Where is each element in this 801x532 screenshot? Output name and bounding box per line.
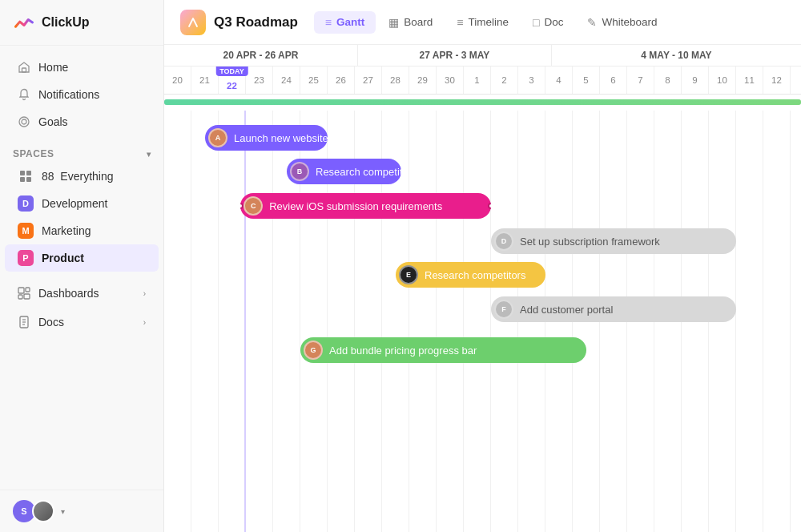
svg-rect-4: [26, 171, 31, 175]
sidebar-footer[interactable]: S ▾: [0, 490, 163, 532]
date-col-12: 12: [763, 66, 791, 94]
timeline-tab-icon: ≡: [457, 16, 463, 29]
date-col-10: 10: [709, 66, 736, 94]
whiteboard-tab-icon: ✎: [587, 16, 597, 29]
tab-board[interactable]: ▦ Board: [377, 11, 444, 34]
date-col-20: 20: [164, 66, 191, 94]
gantt-task-1[interactable]: BResearch competitors: [287, 159, 401, 184]
sidebar-navigation: Home Notifications Goals Spaces ▾: [0, 46, 163, 490]
svg-point-2: [22, 119, 26, 124]
logo-area[interactable]: ClickUp: [0, 0, 163, 46]
date-col-28: 28: [382, 66, 409, 94]
spaces-chevron[interactable]: ▾: [147, 150, 151, 159]
task-avatar-5: F: [494, 300, 513, 319]
dashboards-chevron: ›: [143, 289, 146, 298]
topbar: Q3 Roadmap ≡ Gantt ▦ Board ≡ Timeline □ …: [164, 0, 801, 45]
date-col-21: 21: [191, 66, 219, 94]
sidebar-item-everything[interactable]: 88 Everything: [5, 163, 159, 190]
dashboards-label: Dashboards: [38, 287, 99, 300]
date-col-1: 1: [464, 66, 491, 94]
bell-icon: [18, 88, 30, 101]
timeline-tab-label: Timeline: [468, 16, 509, 28]
date-range-2: 27 APR - 3 MAY: [358, 45, 552, 66]
progress-bar-row: [164, 95, 801, 111]
grid-col-2: [219, 111, 246, 532]
sidebar-item-dashboards[interactable]: Dashboards ›: [5, 280, 159, 307]
date-col-5: 5: [573, 66, 600, 94]
sidebar-item-product[interactable]: P Product: [5, 244, 159, 272]
date-range-1: 20 APR - 26 APR: [164, 45, 358, 66]
drag-handle-right[interactable]: [488, 203, 491, 209]
date-col-23: 23: [246, 66, 273, 94]
docs-label: Docs: [38, 316, 64, 328]
date-col-11: 11: [736, 66, 763, 94]
gantt-area: 20 APR - 26 APR 27 APR - 3 MAY 4 MAY - 1…: [164, 45, 801, 532]
task-label-6: Add bundle pricing progress bar: [329, 345, 477, 357]
docs-chevron: ›: [143, 318, 146, 327]
notifications-label: Notifications: [38, 88, 99, 101]
tab-timeline[interactable]: ≡ Timeline: [445, 11, 520, 34]
gantt-task-0[interactable]: ALaunch new website: [205, 125, 328, 151]
date-col-24: 24: [273, 66, 300, 94]
date-col-25: 25: [300, 66, 328, 94]
gantt-header: 20 APR - 26 APR 27 APR - 3 MAY 4 MAY - 1…: [164, 45, 801, 95]
doc-tab-label: Doc: [544, 16, 563, 28]
project-icon: [180, 10, 206, 35]
task-label-1: Research competitors: [316, 166, 401, 178]
gantt-task-5[interactable]: FAdd customer portal: [491, 296, 736, 322]
sidebar-item-docs[interactable]: Docs ›: [5, 308, 159, 336]
development-badge: D: [18, 195, 34, 212]
tab-whiteboard[interactable]: ✎ Whiteboard: [576, 11, 668, 34]
svg-rect-7: [18, 288, 24, 293]
goals-label: Goals: [38, 115, 68, 128]
tab-gantt[interactable]: ≡ Gantt: [314, 11, 376, 34]
task-avatar-1: B: [290, 162, 309, 181]
grid-col-21: [736, 111, 763, 532]
sidebar-item-goals[interactable]: Goals: [5, 108, 159, 135]
date-col-22: TODAY22: [219, 66, 246, 94]
doc-tab-icon: □: [533, 16, 539, 29]
sidebar-item-home[interactable]: Home: [5, 54, 159, 81]
grid-col-0: [164, 111, 191, 532]
gantt-tab-icon: ≡: [325, 16, 332, 29]
svg-rect-10: [24, 294, 30, 299]
date-col-4: 4: [545, 66, 573, 94]
date-col-26: 26: [328, 66, 355, 94]
sidebar-item-development[interactable]: D Development: [5, 190, 159, 217]
sidebar-item-marketing[interactable]: M Marketing: [5, 217, 159, 244]
svg-rect-3: [20, 171, 25, 175]
task-label-2: Review iOS submission requirements: [269, 200, 442, 212]
task-label-5: Add customer portal: [520, 304, 613, 316]
task-avatar-6: G: [304, 341, 323, 360]
date-col-2: 2: [491, 66, 518, 94]
progress-fill: [164, 99, 801, 105]
board-tab-label: Board: [404, 16, 433, 28]
board-tab-icon: ▦: [388, 16, 399, 29]
grid-col-10: [437, 111, 464, 532]
gantt-task-4[interactable]: EResearch competitors: [396, 262, 545, 288]
development-label: Development: [42, 197, 108, 210]
task-avatar-4: E: [399, 265, 418, 284]
date-cols-row: 2021TODAY2223242526272829301234567891011…: [164, 66, 801, 94]
gantt-task-3[interactable]: DSet up subscription framework: [491, 228, 736, 254]
spaces-section: Spaces ▾: [0, 140, 163, 163]
svg-point-1: [19, 117, 29, 127]
today-badge: TODAY: [215, 66, 248, 76]
grid-col-3: [246, 111, 273, 532]
task-label-3: Set up subscription framework: [520, 236, 660, 248]
task-label-0: Launch new website: [234, 132, 328, 144]
tab-doc[interactable]: □ Doc: [521, 11, 574, 34]
app-name: ClickUp: [42, 15, 90, 30]
task-avatar-2: C: [244, 196, 263, 216]
gantt-task-6[interactable]: GAdd bundle pricing progress bar: [300, 337, 586, 363]
date-col-30: 30: [437, 66, 464, 94]
home-label: Home: [38, 61, 68, 74]
svg-rect-6: [26, 177, 31, 182]
grid-icon: [18, 168, 34, 184]
sidebar-item-notifications[interactable]: Notifications: [5, 81, 159, 108]
whiteboard-tab-label: Whiteboard: [602, 16, 657, 28]
date-col-27: 27: [355, 66, 382, 94]
gantt-task-2[interactable]: CReview iOS submission requirements: [240, 193, 491, 219]
marketing-label: Marketing: [42, 224, 91, 237]
target-icon: [18, 115, 30, 128]
